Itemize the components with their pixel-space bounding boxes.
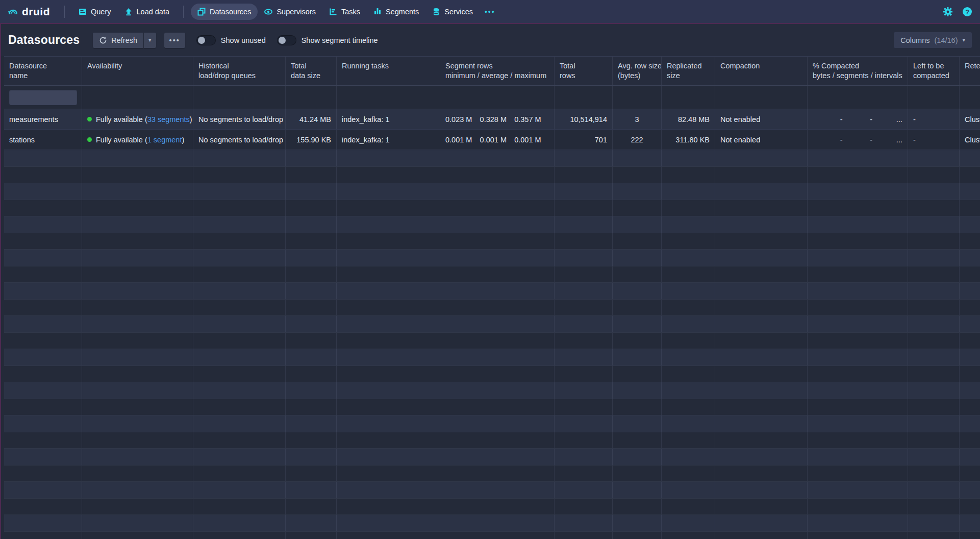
- col-header-avg-row-size[interactable]: Avg. row size(bytes): [613, 57, 662, 85]
- chevron-down-icon: ▾: [148, 37, 152, 43]
- help-icon[interactable]: ?: [962, 7, 972, 17]
- top-nav: druid Query Load data Datasources Superv…: [0, 0, 980, 24]
- columns-button[interactable]: Columns (14/16) ▾: [894, 32, 972, 48]
- total-data-size-cell: 41.24 MB: [286, 109, 337, 129]
- nav-item-label: Query: [91, 8, 111, 16]
- nav-item-supervisors[interactable]: Supervisors: [258, 4, 322, 20]
- col-header-compaction[interactable]: Compaction: [715, 57, 808, 85]
- toolbar-more-button[interactable]: •••: [164, 33, 185, 48]
- refresh-button[interactable]: Refresh: [93, 33, 143, 48]
- replicated-size-cell: 311.80 KB: [662, 130, 715, 150]
- col-header-historical-queues[interactable]: Historicalload/drop queues: [193, 57, 286, 85]
- toggle-label: Show unused: [221, 36, 266, 44]
- status-dot-icon: [87, 117, 92, 121]
- empty-row: [4, 300, 980, 316]
- table-row[interactable]: stations Fully available (1 segment) No …: [4, 130, 980, 150]
- total-rows-cell: 701: [555, 130, 613, 150]
- druid-logo-icon: [8, 7, 18, 17]
- col-header-total-rows[interactable]: Totalrows: [555, 57, 613, 85]
- segment-rows-cell: 0.023 M0.328 M0.357 M: [440, 109, 555, 129]
- nav-more-button[interactable]: •••: [480, 4, 500, 20]
- toggle-knob: [279, 37, 286, 44]
- refresh-split-button: Refresh ▾: [93, 33, 156, 48]
- empty-row: [4, 399, 980, 416]
- load-data-icon: [124, 8, 133, 16]
- total-rows-cell: 10,514,914: [555, 109, 613, 129]
- druid-logo[interactable]: druid: [8, 6, 50, 18]
- pct-compacted-cell: --...: [808, 109, 908, 129]
- toggle-knob: [198, 37, 205, 44]
- empty-row: [4, 200, 980, 217]
- empty-row: [4, 515, 980, 532]
- refresh-label: Refresh: [111, 36, 137, 44]
- svg-text:?: ?: [965, 8, 969, 15]
- toggle-label: Show segment timeline: [301, 36, 378, 44]
- empty-row: [4, 382, 980, 399]
- segments-icon: [373, 8, 382, 16]
- refresh-caret-button[interactable]: ▾: [144, 33, 156, 48]
- empty-row: [4, 316, 980, 333]
- load-drop-cell: No segments to load/drop: [193, 130, 286, 150]
- empty-row: [4, 150, 980, 167]
- nav-item-tasks[interactable]: Tasks: [322, 4, 367, 20]
- segments-link[interactable]: 33 segments: [147, 115, 190, 124]
- nav-item-load-data[interactable]: Load data: [118, 4, 177, 20]
- nav-separator: [64, 6, 65, 18]
- table-body-empty: [4, 150, 980, 539]
- empty-row: [4, 233, 980, 250]
- empty-row: [4, 349, 980, 366]
- col-header-retention[interactable]: Retention: [960, 57, 980, 85]
- segment-rows-cell: 0.001 M0.001 M0.001 M: [440, 130, 555, 150]
- columns-label: Columns: [900, 36, 929, 44]
- avg-row-size-cell: 3: [613, 109, 662, 129]
- retention-cell: Cluster default: [960, 109, 980, 129]
- availability-cell: Fully available (33 segments): [82, 109, 193, 129]
- chevron-down-icon: ▾: [962, 37, 965, 43]
- pct-compacted-cell: --...: [808, 130, 908, 150]
- col-header-pct-compacted[interactable]: % Compactedbytes / segments / intervals: [808, 57, 908, 85]
- running-tasks-cell: index_kafka: 1: [337, 109, 440, 129]
- nav-item-query[interactable]: Query: [72, 4, 118, 20]
- show-unused-toggle[interactable]: Show unused: [196, 35, 266, 45]
- empty-row: [4, 250, 980, 266]
- columns-count: (14/16): [935, 36, 958, 44]
- toggle-track: [277, 35, 296, 45]
- col-header-replicated-size[interactable]: Replicatedsize: [662, 57, 715, 85]
- empty-row: [4, 449, 980, 465]
- supervisors-icon: [264, 8, 272, 16]
- nav-item-label: Supervisors: [277, 8, 316, 16]
- empty-row: [4, 333, 980, 350]
- nav-separator: [183, 6, 184, 18]
- col-header-total-data-size[interactable]: Totaldata size: [286, 57, 337, 85]
- page-title: Datasources: [8, 33, 80, 47]
- datasources-table: Datasourcename Availability Historicallo…: [4, 56, 980, 539]
- datasource-name-cell: measurements: [4, 109, 82, 129]
- empty-row: [4, 366, 980, 383]
- left-to-be-compacted-cell: -: [908, 130, 960, 150]
- datasource-name-filter[interactable]: [9, 90, 77, 105]
- query-icon: [79, 8, 87, 16]
- nav-item-label: Datasources: [210, 8, 251, 16]
- refresh-icon: [99, 36, 107, 44]
- toolbar: Datasources Refresh ▾ ••• Show unused Sh…: [0, 24, 980, 56]
- nav-item-datasources[interactable]: Datasources: [191, 4, 258, 20]
- services-icon: [432, 8, 440, 16]
- load-drop-cell: No segments to load/drop: [193, 109, 286, 129]
- segments-link[interactable]: 1 segment: [147, 136, 182, 144]
- gear-icon[interactable]: [943, 7, 953, 17]
- show-segment-timeline-toggle[interactable]: Show segment timeline: [277, 35, 378, 45]
- col-header-availability[interactable]: Availability: [82, 57, 193, 85]
- col-header-datasource-name[interactable]: Datasourcename: [4, 57, 82, 85]
- left-to-be-compacted-cell: -: [908, 109, 960, 129]
- nav-item-segments[interactable]: Segments: [367, 4, 425, 20]
- table-row[interactable]: measurements Fully available (33 segment…: [4, 109, 980, 130]
- nav-item-services[interactable]: Services: [425, 4, 480, 20]
- col-header-segment-rows[interactable]: Segment rowsminimum / average / maximum: [440, 57, 555, 85]
- window-edge: [0, 24, 1, 539]
- col-header-left-to-be-compacted[interactable]: Left to becompacted: [908, 57, 960, 85]
- more-icon: •••: [169, 36, 180, 44]
- col-header-running-tasks[interactable]: Running tasks: [337, 57, 440, 85]
- compaction-cell: Not enabled: [715, 130, 808, 150]
- empty-row: [4, 532, 980, 539]
- nav-item-label: Segments: [386, 8, 419, 16]
